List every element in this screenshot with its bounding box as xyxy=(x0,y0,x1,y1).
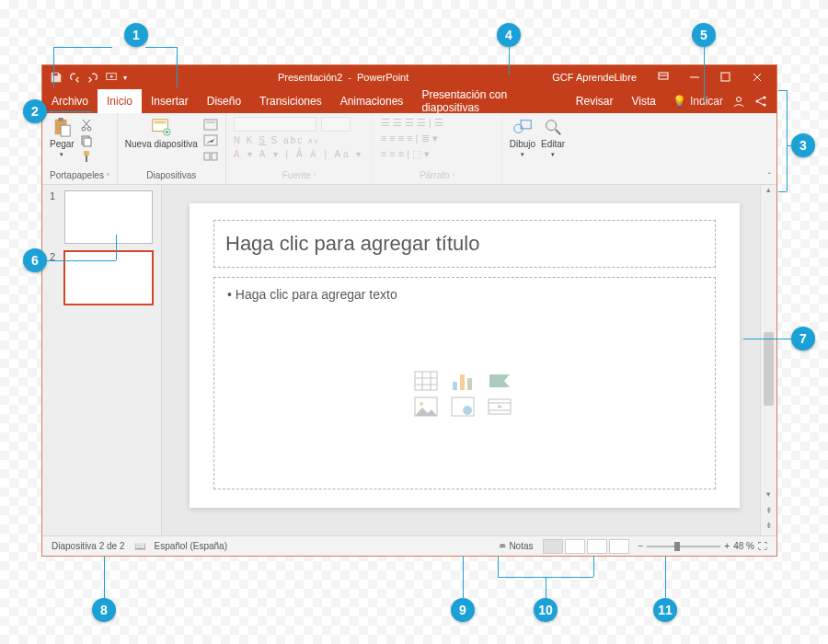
tab-insertar[interactable]: Insertar xyxy=(142,89,198,113)
tab-diseno[interactable]: Diseño xyxy=(198,89,250,113)
callout-line xyxy=(145,47,177,48)
content-insert-icons xyxy=(414,371,515,417)
maximize-icon[interactable] xyxy=(712,65,740,89)
spellcheck-icon[interactable]: 📖 xyxy=(134,541,145,551)
insert-pictures-icon[interactable] xyxy=(414,397,438,417)
editing-button[interactable]: Editar ▾ xyxy=(541,117,565,158)
insert-online-pictures-icon[interactable] xyxy=(451,397,475,417)
share-icon[interactable] xyxy=(754,95,767,108)
window-title: Presentación2 - PowerPoint xyxy=(134,72,552,83)
reset-icon[interactable] xyxy=(203,134,218,147)
callout-4: 4 xyxy=(497,23,521,47)
zoom-out-icon[interactable]: − xyxy=(638,541,644,551)
callout-line xyxy=(463,557,464,598)
svg-rect-31 xyxy=(467,378,472,390)
slide-canvas-area: Haga clic para agregar título • Haga cli… xyxy=(162,185,776,535)
notes-button[interactable]: ≐Notas xyxy=(499,541,533,551)
svg-rect-23 xyxy=(204,153,210,160)
normal-view-icon[interactable] xyxy=(543,539,563,554)
callout-line xyxy=(778,90,787,91)
powerpoint-window: ▾ Presentación2 - PowerPoint GCF Aprende… xyxy=(41,64,777,557)
fit-to-window-icon[interactable]: ⛶ xyxy=(758,541,767,551)
section-icon[interactable] xyxy=(203,150,218,163)
copy-icon[interactable] xyxy=(80,134,93,147)
slideshow-view-icon[interactable] xyxy=(609,539,629,554)
callout-line xyxy=(104,557,105,598)
insert-chart-icon[interactable] xyxy=(451,371,475,391)
content-placeholder[interactable]: • Haga clic para agregar texto xyxy=(213,277,716,489)
ribbon: Pegar ▾ Portapapeles▫ Nueva diapositiva xyxy=(42,113,776,185)
tab-animaciones[interactable]: Animaciones xyxy=(331,89,413,113)
status-bar: Diapositiva 2 de 2 📖 Español (España) ≐N… xyxy=(42,535,776,556)
drawing-button[interactable]: Dibujo ▾ xyxy=(510,117,535,158)
paragraph-group-label: Párrafo xyxy=(420,170,450,180)
language-indicator[interactable]: Español (España) xyxy=(155,541,228,551)
title-placeholder-text: Haga clic para agregar título xyxy=(225,232,479,256)
save-icon[interactable] xyxy=(50,71,63,84)
close-icon[interactable] xyxy=(743,65,771,89)
layout-icon[interactable] xyxy=(203,119,218,132)
undo-icon[interactable] xyxy=(68,71,81,84)
tell-me[interactable]: 💡 Indicar xyxy=(673,95,723,108)
body-placeholder-text: • Haga clic para agregar texto xyxy=(227,287,702,302)
quick-access-toolbar: ▾ xyxy=(42,71,134,84)
ribbon-display-options-icon[interactable] xyxy=(650,65,677,89)
paste-button[interactable]: Pegar ▾ xyxy=(50,117,75,158)
callout-line xyxy=(53,47,54,87)
reading-view-icon[interactable] xyxy=(587,539,607,554)
svg-rect-28 xyxy=(415,372,437,390)
callout-line xyxy=(778,191,787,192)
tab-file[interactable]: Archivo xyxy=(42,89,98,113)
slide-counter: Diapositiva 2 de 2 xyxy=(52,541,125,551)
new-slide-label: Nueva diapositiva xyxy=(125,139,198,149)
callout-10: 10 xyxy=(534,598,558,622)
new-slide-button[interactable]: Nueva diapositiva xyxy=(125,117,198,149)
tab-presentacion[interactable]: Presentación con diapositivas xyxy=(412,89,566,113)
svg-rect-9 xyxy=(59,118,64,121)
callout-line xyxy=(47,111,93,112)
slide[interactable]: Haga clic para agregar título • Haga cli… xyxy=(190,203,740,508)
callout-5: 5 xyxy=(692,23,716,47)
slide-sorter-view-icon[interactable] xyxy=(565,539,585,554)
title-bar: ▾ Presentación2 - PowerPoint GCF Aprende… xyxy=(42,65,776,89)
scrollbar-thumb[interactable] xyxy=(764,332,774,406)
thumbnail-1[interactable]: 1 xyxy=(50,190,154,244)
cut-icon[interactable] xyxy=(80,119,93,132)
insert-table-icon[interactable] xyxy=(414,371,438,391)
callout-11: 11 xyxy=(653,598,677,622)
zoom-percentage[interactable]: 48 % xyxy=(733,541,754,551)
qat-dropdown-icon[interactable]: ▾ xyxy=(123,74,127,82)
signin-icon[interactable] xyxy=(732,95,745,108)
ribbon-group-font: N K S S abc AV A ▾ A ▾ | Â Ǎ | Aa ▾ Fu… xyxy=(226,113,374,184)
format-painter-icon[interactable] xyxy=(80,150,93,163)
redo-icon[interactable] xyxy=(86,71,99,84)
start-slideshow-icon[interactable] xyxy=(105,71,118,84)
tab-vista[interactable]: Vista xyxy=(623,89,665,113)
workspace: 1 2 Haga clic para agregar título • Haga… xyxy=(42,185,776,535)
zoom-in-icon[interactable]: + xyxy=(724,541,730,551)
paste-label: Pegar xyxy=(50,139,75,149)
callout-2: 2 xyxy=(23,99,47,123)
collapse-ribbon-icon[interactable]: ˇ xyxy=(768,172,771,182)
clipboard-group-label: Portapapeles xyxy=(50,170,104,180)
insert-video-icon[interactable] xyxy=(488,397,512,417)
zoom-slider[interactable] xyxy=(647,546,720,547)
callout-line xyxy=(116,235,117,260)
vertical-scrollbar[interactable]: ▴ ▾ ⇞ ⇟ xyxy=(760,185,776,535)
lightbulb-icon: 💡 xyxy=(673,95,686,108)
tab-transiciones[interactable]: Transiciones xyxy=(250,89,331,113)
tab-revisar[interactable]: Revisar xyxy=(567,89,623,113)
svg-rect-21 xyxy=(206,121,215,123)
account-name[interactable]: GCF AprendeLibre xyxy=(552,72,637,83)
svg-rect-14 xyxy=(84,138,91,146)
svg-rect-16 xyxy=(86,155,87,162)
ribbon-group-clipboard: Pegar ▾ Portapapeles▫ xyxy=(42,113,118,184)
insert-smartart-icon[interactable] xyxy=(488,371,512,391)
callout-line xyxy=(743,339,791,339)
svg-rect-24 xyxy=(212,153,217,160)
tab-inicio[interactable]: Inicio xyxy=(98,89,142,113)
title-placeholder[interactable]: Haga clic para agregar título xyxy=(213,220,716,268)
callout-line xyxy=(665,557,666,598)
thumbnail-2[interactable]: 2 xyxy=(50,251,154,305)
ribbon-group-drawing: Dibujo ▾ Editar ▾ xyxy=(502,113,572,184)
